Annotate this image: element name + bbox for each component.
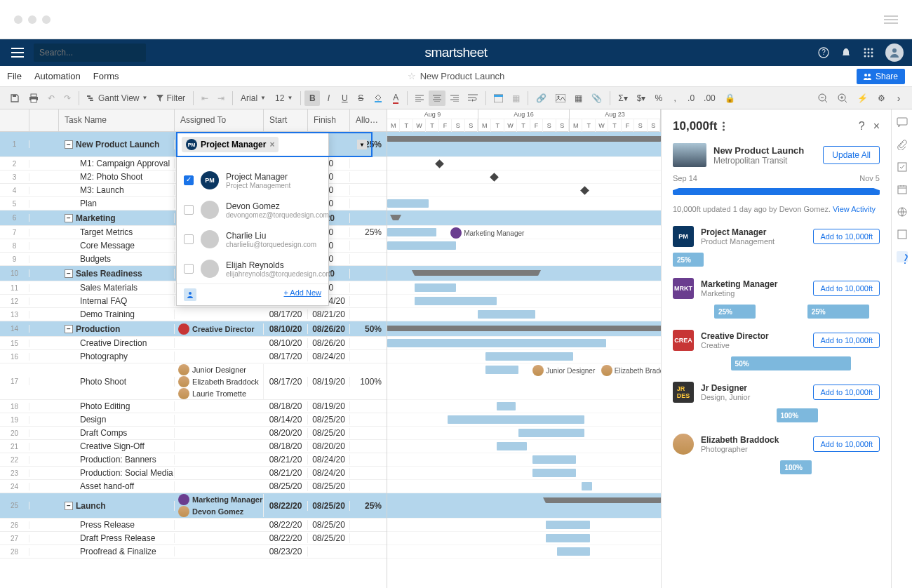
contact-option[interactable]: Devon Gomezdevongomez@torquedesign.com (177, 195, 328, 225)
checkbox[interactable] (184, 205, 194, 215)
italic-button[interactable]: I (321, 91, 336, 106)
bell-icon[interactable] (840, 47, 852, 58)
settings-gear-icon[interactable]: ⚙ (873, 91, 890, 106)
table-row[interactable]: 23 Production: Social Media Art 08/21/20… (0, 467, 387, 480)
add-new-contact[interactable]: + Add New (283, 288, 321, 301)
more-chevron-icon[interactable]: › (891, 91, 906, 106)
cell-task[interactable]: Production: Social Media Art (59, 468, 175, 478)
gantt-row[interactable] (387, 532, 661, 545)
contact-token[interactable]: PM Project Manager × (182, 137, 279, 152)
gantt-milestone[interactable] (580, 186, 589, 195)
cell-alloc[interactable]: 100% (350, 377, 385, 387)
gantt-bar[interactable] (546, 534, 589, 542)
table-row[interactable]: 24 Asset hand-off 08/25/20 08/25/20 (0, 480, 387, 493)
gantt-bar[interactable] (415, 297, 497, 305)
gantt-row[interactable] (387, 350, 661, 363)
update-all-button[interactable]: Update All (823, 146, 880, 164)
table-row[interactable]: 17 Photo Shoot Junior DesignerElizabeth … (0, 363, 387, 400)
rail-proof-icon[interactable] (897, 161, 908, 173)
strikethrough-button[interactable]: S (353, 91, 368, 106)
contact-option[interactable]: Elijah Reynoldselijahreynolds@torquedesi… (177, 254, 328, 283)
add-to-10000ft-button[interactable]: Add to 10,000ft (813, 229, 880, 244)
collapse-icon[interactable]: − (65, 140, 73, 149)
gantt-row[interactable] (387, 171, 661, 184)
cell-task[interactable]: M3: Launch (59, 185, 175, 195)
align-center-button[interactable] (429, 91, 445, 106)
gantt-bar[interactable] (478, 310, 535, 319)
gantt-bar[interactable] (393, 215, 398, 220)
decimal-inc-button[interactable]: .00 (699, 91, 720, 106)
cell-task[interactable]: Core Message (59, 241, 175, 250)
apps-icon[interactable] (863, 47, 874, 58)
gantt-bar[interactable] (497, 442, 527, 450)
cell-task[interactable]: −Production (59, 324, 175, 334)
cell-alloc[interactable]: 25% (350, 227, 385, 237)
cell-task[interactable]: Press Release (59, 520, 175, 530)
cell-start[interactable]: 08/22/20 (264, 520, 308, 530)
gantt-row[interactable]: Junior Designer Elizabeth Braddock C (387, 363, 661, 400)
conditional-format-button[interactable]: ▦ (508, 91, 524, 106)
cell-task[interactable]: Proofread & Finalize (59, 547, 175, 556)
cell-start[interactable]: 08/18/20 (264, 441, 308, 451)
window-menu-icon[interactable] (884, 15, 898, 24)
gantt-row[interactable]: Marketing Manager (387, 493, 661, 519)
undo-button[interactable]: ↶ (43, 91, 59, 106)
col-header-task[interactable]: Task Name (59, 109, 175, 131)
date-format-button[interactable] (490, 91, 507, 106)
decimal-dec-button[interactable]: .0 (683, 91, 699, 106)
gantt-body[interactable]: Project ManagerMarketing ManagerCreative… (387, 132, 661, 588)
save-button[interactable] (6, 91, 24, 106)
align-left-button[interactable] (411, 91, 428, 106)
gantt-bar[interactable] (387, 199, 429, 208)
font-selector[interactable]: Arial▼ (236, 91, 270, 105)
search-input[interactable] (39, 48, 145, 58)
table-row[interactable]: 26 Press Release 08/22/20 08/25/20 (0, 519, 387, 532)
col-header-finish[interactable]: Finish (308, 109, 350, 131)
table-row[interactable]: 18 Photo Editing 08/18/20 08/19/20 (0, 400, 387, 413)
menu-forms[interactable]: Forms (93, 71, 119, 81)
cell-start[interactable]: 08/17/20 (264, 352, 308, 361)
gantt-row[interactable]: Project Manager (387, 132, 661, 157)
align-right-button[interactable] (446, 91, 463, 106)
cell-task[interactable]: Target Metrics (59, 227, 175, 237)
table-row[interactable]: 20 Draft Comps 08/20/20 08/25/20 (0, 427, 387, 440)
gantt-row[interactable] (387, 453, 661, 467)
cell-task[interactable]: Asset hand-off (59, 481, 175, 491)
cell-start[interactable]: 08/14/20 (264, 415, 308, 425)
cell-task[interactable]: Creative Sign-Off (59, 441, 175, 451)
gantt-row[interactable] (387, 440, 661, 453)
checkbox[interactable] (184, 175, 194, 185)
fill-color-button[interactable] (369, 91, 387, 106)
dropdown-caret-icon[interactable]: ▼ (357, 140, 367, 149)
outdent-button[interactable]: ⇤ (197, 91, 213, 106)
cell-task[interactable]: Production: Banners (59, 455, 175, 465)
zoom-in-button[interactable] (833, 91, 852, 106)
main-menu-icon[interactable] (8, 45, 27, 60)
collapse-icon[interactable]: − (65, 502, 73, 510)
cell-finish[interactable]: 08/25/20 (308, 501, 350, 511)
col-header-start[interactable]: Start (264, 109, 308, 131)
contact-option[interactable]: Charlie Liucharlieliu@torquedesign.com (177, 225, 328, 254)
add-to-10000ft-button[interactable]: Add to 10,000ft (813, 333, 880, 348)
table-row[interactable]: 27 Draft Press Release 08/22/20 08/25/20 (0, 532, 387, 545)
cell-finish[interactable]: 08/21/20 (308, 309, 350, 319)
share-button[interactable]: Share (857, 69, 905, 84)
add-to-10000ft-button[interactable]: Add to 10,000ft (813, 281, 880, 296)
cell-start[interactable]: 08/10/20 (264, 338, 308, 348)
baseline-button[interactable]: ⚡ (853, 91, 872, 106)
gantt-bar[interactable]: Project Manager (387, 136, 661, 142)
cell-start[interactable]: 08/18/20 (264, 401, 308, 411)
cell-finish[interactable]: 08/25/20 (308, 428, 350, 438)
currency-button[interactable]: $▾ (633, 91, 650, 106)
gantt-bar[interactable] (448, 415, 584, 424)
gantt-row[interactable] (387, 239, 661, 253)
cell-task[interactable]: Photo Shoot (59, 377, 175, 387)
gantt-row[interactable] (387, 253, 661, 266)
gantt-row[interactable] (387, 467, 661, 480)
cell-task[interactable]: Photo Editing (59, 401, 175, 411)
cell-start[interactable]: 08/17/20 (264, 377, 308, 387)
rail-activity-icon[interactable] (897, 229, 908, 240)
gantt-row[interactable] (387, 266, 661, 281)
gantt-bar[interactable] (532, 455, 576, 464)
table-row[interactable]: 22 Production: Banners 08/21/20 08/24/20 (0, 453, 387, 467)
